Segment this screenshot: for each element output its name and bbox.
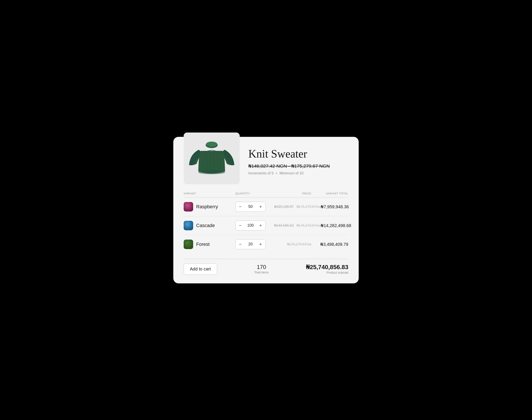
qty-control-cascade: − 100 + [235,221,266,230]
total-items-block: 170 Total items [254,264,269,274]
qty-increment-forest[interactable]: + [256,240,265,249]
table-row: Cascade − 100 + ₦144,565.53 ₦175,279.67/… [184,216,348,235]
header-quantity: QUANTITY [235,192,274,195]
add-to-cart-button[interactable]: Add to cart [184,263,217,275]
original-price-raspberry: ₦175,279.67/ea [297,205,321,209]
variant-total-raspberry: ₦7,959,948.36 [321,204,349,209]
qty-decrement-forest[interactable]: − [236,240,245,249]
price-cell-forest: ₦175,279.67/ea [274,242,311,246]
original-price-forest: ₦175,279.67/ea [287,242,311,246]
total-items-number: 170 [254,264,269,270]
qty-cell-raspberry: − 50 + [235,202,274,212]
top-section: Knit Sweater ₦146,027.42 NGN - ₦175,279.… [184,146,348,184]
qty-increment-cascade[interactable]: + [256,221,265,230]
subtotal-label: Product subtotal [327,271,348,274]
variant-name-cascade: Cascade [196,223,215,228]
minimum-text: Minimum of 10 [280,171,304,175]
subtotal-block: ₦25,740,856.83 Product subtotal [306,264,348,274]
qty-value-cascade: 100 [245,223,256,228]
product-info: Knit Sweater ₦146,027.42 NGN - ₦175,279.… [248,146,348,176]
price-cell-cascade: ₦144,565.53 ₦175,279.67/ea [274,223,321,227]
increments-text: Increments of 5 [248,171,274,175]
svg-point-1 [206,142,217,147]
footer-section: Add to cart 170 Total items ₦25,740,856.… [184,259,348,275]
subtotal-amount: ₦25,740,856.83 [306,264,348,271]
variant-cell-raspberry: Raspberry [184,202,235,211]
qty-cell-cascade: − 100 + [235,221,274,230]
swatch-cascade [184,221,193,230]
qty-control-raspberry: − 50 + [235,202,266,212]
header-variant: VARIANT [184,192,235,195]
product-title: Knit Sweater [248,148,348,160]
table-row: Forest − 20 + ₦175,279.67/ea ₦3,498,409.… [184,235,348,254]
discounted-price-raspberry: ₦159,198.97 [274,205,294,209]
variant-name-raspberry: Raspberry [196,204,218,210]
qty-cell-forest: − 20 + [235,239,274,249]
discounted-price-cascade: ₦144,565.53 [274,223,294,227]
swatch-forest [184,240,193,249]
table-header: VARIANT QUANTITY PRICE VARIANT TOTAL [184,192,348,197]
price-range-text: ₦146,027.42 NGN - ₦175,279.67 NGN [248,163,330,169]
product-image [184,133,240,184]
product-card: Knit Sweater ₦146,027.42 NGN - ₦175,279.… [173,137,359,283]
total-items-label: Total items [254,271,269,274]
price-range: ₦146,027.42 NGN - ₦175,279.67 NGN [248,163,348,169]
svg-point-8 [198,170,225,174]
header-variant-total: VARIANT TOTAL [311,192,348,195]
variant-name-forest: Forest [196,241,210,247]
qty-value-forest: 20 [245,242,256,246]
variant-total-cascade: ₦14,282,498.68 [321,223,351,228]
original-price-cascade: ₦175,279.67/ea [297,223,321,227]
separator: • [276,171,277,175]
header-price: PRICE [274,192,311,195]
increments-info: Increments of 5 • Minimum of 10 [248,171,348,176]
variant-total-forest: ₦3,498,409.79 [311,242,348,247]
variant-cell-forest: Forest [184,240,235,249]
qty-decrement-raspberry[interactable]: − [236,202,245,211]
variant-cell-cascade: Cascade [184,221,235,230]
price-cell-raspberry: ₦159,198.97 ₦175,279.67/ea [274,205,321,209]
swatch-raspberry [184,202,193,211]
qty-decrement-cascade[interactable]: − [236,221,245,230]
qty-value-raspberry: 50 [245,204,256,209]
table-row: Raspberry − 50 + ₦159,198.97 ₦175,279.67… [184,197,348,216]
qty-increment-raspberry[interactable]: + [256,202,265,211]
qty-control-forest: − 20 + [235,239,266,249]
variants-table: VARIANT QUANTITY PRICE VARIANT TOTAL Ras… [184,192,348,254]
